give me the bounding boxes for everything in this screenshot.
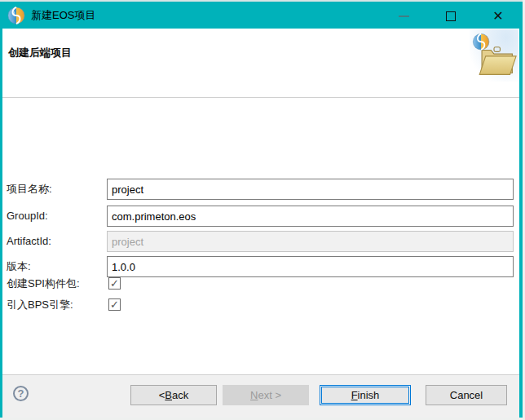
button-bar: ? < Back Next > Finish Cancel [2,374,519,418]
import-bps-engine-checkbox[interactable]: ✓ [108,298,121,311]
next-button: Next > [223,385,309,405]
button-label: < [159,389,165,401]
label-project-name: 项目名称: [7,179,52,200]
minimize-icon [399,15,409,17]
maximize-button[interactable] [444,10,457,23]
group-id-input[interactable] [107,206,514,227]
project-name-input[interactable] [107,179,514,200]
banner-title: 创建后端项目 [8,46,72,60]
wizard-banner: 创建后端项目 [2,29,519,98]
create-spi-package-checkbox[interactable]: ✓ [108,277,121,290]
button-mnemonic: F [351,389,358,401]
window-controls: ✕ [397,2,505,30]
button-mnemonic: B [165,389,172,401]
version-input[interactable] [107,256,514,277]
label-artifact-id: ArtifactId: [7,231,51,252]
button-label: ack [172,389,188,401]
dialog-body: 创建后端项目 [0,29,523,418]
titlebar: 新建EOS项目 ✕ [0,0,523,29]
help-icon: ? [18,387,24,400]
window-title: 新建EOS项目 [31,8,95,23]
checkmark-icon: ✓ [110,299,119,310]
dialog-window: 新建EOS项目 ✕ 创建后端项目 [0,0,523,418]
help-button[interactable]: ? [13,386,29,401]
artifact-id-input [107,231,514,252]
label-import-bps-engine: 引入BPS引擎: [7,298,73,312]
minimize-button[interactable] [397,10,410,23]
label-version: 版本: [7,256,31,277]
maximize-icon [446,11,456,21]
cancel-button[interactable]: Cancel [426,385,507,405]
checkmark-icon: ✓ [110,278,119,289]
button-mnemonic: N [250,389,258,401]
new-project-folder-icon [470,29,518,82]
button-label: inish [358,389,380,401]
finish-button[interactable]: Finish [320,385,411,405]
close-button[interactable]: ✕ [492,10,505,23]
back-button[interactable]: < Back [130,385,217,405]
form-area: 项目名称: GroupId: ArtifactId: 版本: 创建SPI构件包:… [2,98,519,374]
button-label: Cancel [450,389,483,401]
close-icon: ✕ [492,10,503,23]
eos-logo-icon [7,7,25,24]
label-group-id: GroupId: [7,206,48,227]
button-label: ext > [258,389,281,401]
label-create-spi-package: 创建SPI构件包: [7,276,80,291]
